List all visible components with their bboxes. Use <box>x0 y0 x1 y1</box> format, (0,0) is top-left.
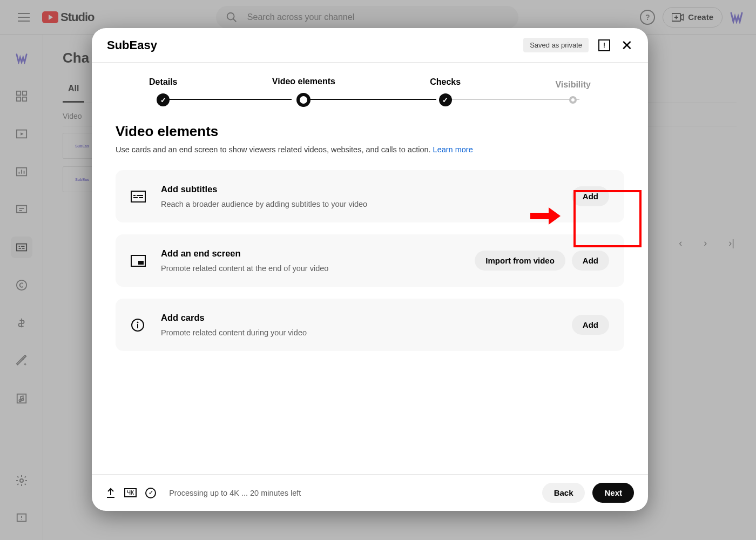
svg-rect-19 <box>139 197 143 198</box>
hd-badge-icon: ЧК <box>124 488 137 497</box>
card-cards-title: Add cards <box>161 313 572 323</box>
subtitles-icon <box>131 191 147 202</box>
modal-title: SubEasy <box>107 38 523 52</box>
svg-rect-18 <box>133 197 138 198</box>
step-check-icon <box>439 93 452 106</box>
save-status-chip: Saved as private <box>523 38 589 52</box>
card-endscreen-sub: Promote related content at the end of yo… <box>161 264 475 273</box>
add-cards-card: Add cards Promote related content during… <box>116 299 624 351</box>
step-checks[interactable]: Checks <box>430 77 461 106</box>
checks-done-icon: ✓ <box>145 488 156 498</box>
step-check-icon <box>157 93 170 106</box>
svg-rect-20 <box>133 195 136 196</box>
svg-rect-23 <box>138 261 144 265</box>
modal-header: SubEasy Saved as private ! ✕ <box>92 28 648 63</box>
card-subtitles-sub: Reach a broader audience by adding subti… <box>161 200 572 208</box>
step-video-elements[interactable]: Video elements <box>272 77 335 107</box>
learn-more-link[interactable]: Learn more <box>433 145 473 154</box>
section-description: Use cards and an end screen to show view… <box>116 145 624 154</box>
video-upload-modal: SubEasy Saved as private ! ✕ Details Vid… <box>92 28 648 511</box>
step-pending-icon <box>569 96 577 104</box>
section-title: Video elements <box>116 123 624 140</box>
step-details[interactable]: Details <box>149 77 177 106</box>
feedback-button[interactable]: ! <box>598 39 610 51</box>
close-button[interactable]: ✕ <box>621 38 633 52</box>
annotation-highlight-box <box>573 190 642 247</box>
svg-point-25 <box>137 321 139 323</box>
endscreen-icon <box>131 255 147 267</box>
back-button[interactable]: Back <box>542 483 585 503</box>
add-endscreen-button[interactable]: Add <box>572 251 609 271</box>
card-endscreen-title: Add an end screen <box>161 248 475 259</box>
add-cards-button[interactable]: Add <box>572 315 609 335</box>
import-from-video-button[interactable]: Import from video <box>475 251 565 271</box>
upload-icon <box>106 488 116 498</box>
card-cards-sub: Promote related content during your vide… <box>161 328 572 337</box>
upload-stepper: Details Video elements Checks Visibility <box>92 63 648 112</box>
card-subtitles-title: Add subtitles <box>161 184 572 194</box>
modal-body: Video elements Use cards and an end scre… <box>92 112 648 474</box>
svg-rect-26 <box>137 324 138 328</box>
info-icon <box>131 318 147 332</box>
add-endscreen-card: Add an end screen Promote related conten… <box>116 234 624 287</box>
step-visibility[interactable]: Visibility <box>555 80 591 104</box>
next-button[interactable]: Next <box>592 483 634 503</box>
processing-status: Processing up to 4K ... 20 minutes left <box>169 489 301 497</box>
step-current-icon <box>296 93 310 107</box>
svg-rect-17 <box>131 191 145 202</box>
modal-footer: ЧК ✓ Processing up to 4K ... 20 minutes … <box>92 474 648 511</box>
svg-rect-21 <box>137 195 143 196</box>
annotation-arrow-icon <box>529 205 562 227</box>
